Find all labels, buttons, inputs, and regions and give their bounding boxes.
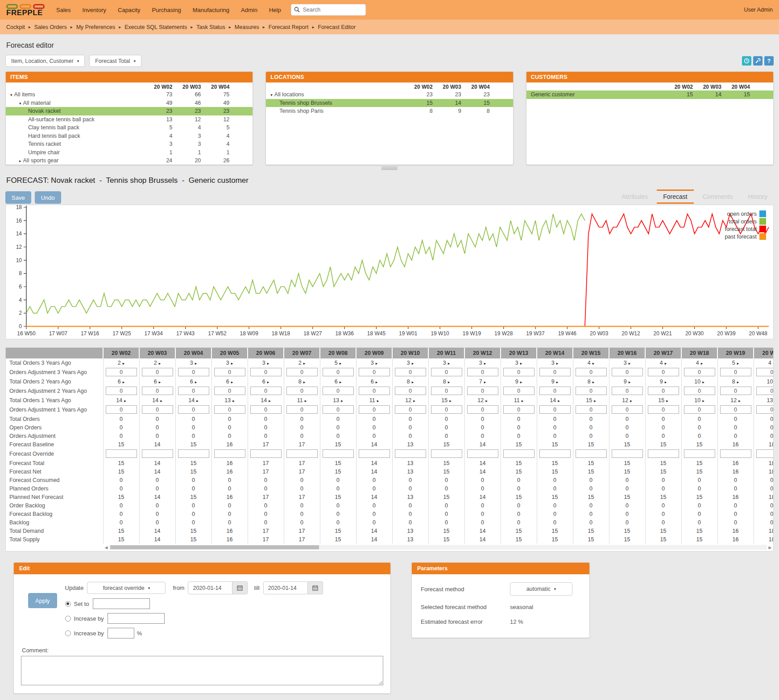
grid-cell-input[interactable] — [648, 449, 679, 458]
grid-cell[interactable] — [284, 386, 320, 396]
drill-down-icon[interactable]: ▸ — [594, 399, 596, 403]
grid-cell[interactable] — [717, 404, 754, 415]
grid-cell-input[interactable] — [178, 405, 209, 414]
grid-cell[interactable]: 6▸ — [320, 377, 356, 386]
drill-down-icon[interactable]: ▸ — [124, 399, 126, 403]
drill-down-icon[interactable]: ▸ — [629, 361, 631, 366]
tab-forecast[interactable]: Forecast — [657, 189, 693, 204]
drill-down-icon[interactable]: ▸ — [737, 361, 739, 366]
drill-down-icon[interactable]: ▸ — [702, 399, 704, 403]
grid-cell[interactable] — [573, 367, 609, 377]
drill-down-icon[interactable]: ▸ — [520, 380, 522, 384]
grid-cell[interactable] — [681, 367, 717, 377]
grid-cell[interactable] — [175, 404, 211, 415]
grid-cell-input[interactable] — [142, 449, 173, 458]
grid-cell[interactable]: 3▸ — [428, 358, 464, 367]
grid-cell-input[interactable] — [214, 405, 245, 414]
drill-down-icon[interactable]: ▸ — [558, 399, 560, 403]
grid-cell[interactable] — [573, 386, 609, 396]
grid-cell[interactable] — [573, 449, 609, 459]
tree-row[interactable]: Tennis racket334 — [6, 140, 253, 148]
drill-down-icon[interactable]: ▸ — [377, 399, 379, 403]
grid-cell[interactable]: 13▸ — [211, 396, 248, 404]
grid-cell[interactable] — [211, 367, 248, 377]
grid-cell-input[interactable] — [503, 405, 535, 414]
grid-cell-input[interactable] — [286, 387, 318, 395]
collapse-caret-icon[interactable]: ▾ — [10, 93, 12, 97]
grid-cell-input[interactable] — [684, 449, 715, 458]
grid-cell[interactable] — [428, 404, 464, 415]
grid-cell-input[interactable] — [720, 387, 751, 395]
collapse-caret-icon[interactable]: ▾ — [19, 101, 21, 106]
grid-cell-input[interactable] — [323, 405, 354, 414]
grid-cell-input[interactable] — [106, 449, 137, 458]
grid-cell[interactable] — [464, 386, 501, 396]
grid-cell[interactable]: 3▸ — [537, 358, 573, 367]
grid-cell-input[interactable] — [106, 405, 137, 414]
grid-cell[interactable] — [356, 386, 392, 396]
grid-cell-input[interactable] — [250, 449, 282, 458]
drill-down-icon[interactable]: ▸ — [666, 399, 668, 403]
drill-down-icon[interactable]: ▸ — [195, 361, 197, 366]
grid-cell[interactable] — [392, 404, 428, 415]
grid-cell[interactable] — [139, 367, 175, 377]
collapse-caret-icon[interactable]: ▾ — [270, 93, 273, 97]
grid-cell[interactable] — [320, 449, 356, 459]
drill-down-icon[interactable]: ▸ — [160, 399, 162, 403]
grid-cell[interactable] — [717, 367, 754, 377]
grid-cell[interactable] — [139, 404, 175, 415]
grid-cell[interactable] — [356, 367, 392, 377]
drill-down-icon[interactable]: ▸ — [341, 399, 343, 403]
grid-cell-input[interactable] — [431, 449, 462, 458]
tree-row[interactable]: ▾All items736675 — [6, 91, 253, 99]
grid-cell-input[interactable] — [467, 449, 498, 458]
drill-down-icon[interactable]: ▸ — [123, 380, 125, 384]
grid-cell-input[interactable] — [503, 368, 535, 376]
grid-cell-input[interactable] — [648, 387, 679, 395]
grid-cell-input[interactable] — [323, 449, 354, 458]
grid-cell[interactable] — [248, 404, 284, 415]
grid-cell-input[interactable] — [214, 368, 245, 376]
grid-cell-input[interactable] — [539, 449, 571, 458]
drill-down-icon[interactable]: ▸ — [340, 380, 342, 384]
grid-cell[interactable]: 2▸ — [139, 358, 175, 367]
grid-cell-input[interactable] — [756, 387, 773, 395]
scroll-left-icon[interactable]: ◀ — [103, 545, 109, 550]
grid-cell-input[interactable] — [576, 405, 607, 414]
drill-down-icon[interactable]: ▸ — [556, 361, 559, 366]
grid-cell-input[interactable] — [539, 405, 571, 414]
grid-cell-input[interactable] — [286, 449, 318, 458]
grid-cell[interactable] — [717, 449, 754, 459]
grid-cell-input[interactable] — [576, 368, 607, 376]
grid-cell[interactable] — [573, 404, 609, 415]
grid-cell[interactable]: 6▸ — [356, 377, 392, 386]
from-date-input[interactable] — [188, 581, 232, 594]
drill-down-icon[interactable]: ▸ — [448, 380, 450, 384]
drill-down-icon[interactable]: ▸ — [303, 361, 306, 366]
grid-cell-input[interactable] — [142, 368, 173, 376]
drill-down-icon[interactable]: ▸ — [702, 380, 704, 384]
grid-cell[interactable]: 14▸ — [248, 396, 284, 404]
help-button[interactable]: ? — [764, 56, 774, 66]
scrollbar-thumb[interactable] — [110, 545, 319, 549]
drill-down-icon[interactable]: ▸ — [665, 361, 667, 366]
grid-cell[interactable]: 3▸ — [356, 358, 392, 367]
grid-cell-input[interactable] — [142, 405, 173, 414]
breadcrumb-item[interactable]: Task Status — [196, 24, 225, 30]
grid-cell[interactable] — [356, 404, 392, 415]
items-panel-header[interactable]: ITEMS — [6, 72, 253, 82]
grid-cell[interactable]: 9▸ — [645, 377, 681, 386]
drill-down-icon[interactable]: ▸ — [196, 399, 199, 403]
grid-cell[interactable]: 8▸ — [392, 377, 428, 386]
grid-cell[interactable] — [320, 404, 356, 415]
grid-cell[interactable] — [501, 386, 537, 396]
breadcrumb-item[interactable]: Measures — [235, 24, 259, 30]
drill-down-icon[interactable]: ▸ — [738, 399, 741, 403]
grid-cell-input[interactable] — [503, 387, 535, 395]
grid-cell[interactable]: 3▸ — [175, 358, 211, 367]
tree-row[interactable]: ▸All sports gear242026 — [6, 156, 253, 165]
grid-cell[interactable]: 8▸ — [428, 377, 464, 386]
grid-cell-input[interactable] — [612, 449, 643, 458]
grid-cell-input[interactable] — [395, 368, 426, 376]
grid-cell[interactable] — [464, 449, 501, 459]
